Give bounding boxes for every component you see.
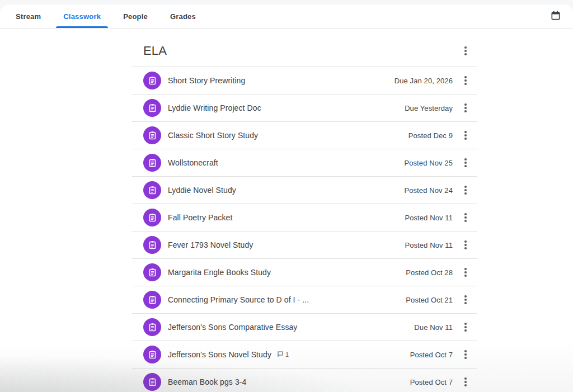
assignment-menu-button[interactable]: [459, 100, 472, 116]
classroom-card: Stream Classwork People Grades ELA: [0, 4, 573, 392]
tab-people[interactable]: People: [116, 4, 155, 28]
topic-title: ELA: [143, 44, 167, 58]
assignment-status: Posted Nov 11: [405, 241, 453, 249]
tab-label: Stream: [16, 12, 41, 21]
nav-right: [547, 4, 573, 28]
assignment-menu-button[interactable]: [459, 127, 472, 143]
assignment-title: Short Story Prewriting: [168, 76, 245, 85]
assignment-icon: [143, 373, 161, 391]
assignment-menu-button[interactable]: [459, 155, 472, 171]
tab-label: Classwork: [63, 12, 101, 21]
assignment-menu-button[interactable]: [459, 265, 472, 280]
assignment-title: Fall Poetry Packet: [168, 213, 232, 222]
assignment-status: Posted Oct 7: [410, 378, 453, 386]
assignment-title: Jefferson's Sons Comparative Essay: [168, 323, 297, 332]
assignment-row[interactable]: Classic Short Story Study Posted Dec 9: [132, 122, 477, 149]
assignment-menu-button[interactable]: [459, 182, 472, 198]
assignment-icon: [143, 346, 161, 363]
assignment-row[interactable]: Lyddie Novel Study Posted Nov 24: [132, 177, 477, 204]
assignment-title: Lyddie Novel Study: [168, 186, 236, 195]
comment-count-badge: 1: [277, 351, 289, 358]
assignment-title: Connecting Primary Source to D of I - ..…: [168, 295, 309, 304]
assignment-row[interactable]: Short Story Prewriting Due Jan 20, 2026: [132, 67, 477, 95]
assignment-row[interactable]: Beeman Book pgs 3-4 Posted Oct 7: [132, 369, 477, 392]
assignment-row[interactable]: Margarita Engle Books Study Posted Oct 2…: [132, 259, 477, 286]
assignment-row[interactable]: Fever 1793 Novel Study Posted Nov 11: [132, 232, 477, 259]
topic-header: ELA: [132, 29, 477, 67]
assignment-title: Classic Short Story Study: [168, 131, 258, 140]
assignment-icon: [143, 236, 161, 254]
assignment-menu-button[interactable]: [459, 374, 472, 390]
assignment-title: Beeman Book pgs 3-4: [168, 377, 246, 386]
assignment-status: Due Nov 11: [414, 323, 453, 332]
tab-label: People: [123, 12, 148, 21]
assignment-status: Posted Nov 24: [404, 186, 453, 195]
topic-menu-button[interactable]: [459, 43, 472, 59]
assignment-menu-button[interactable]: [459, 347, 472, 362]
assignment-menu-button[interactable]: [459, 210, 472, 225]
assignment-icon: [143, 99, 161, 117]
assignment-row[interactable]: Fall Poetry Packet Posted Nov 11: [132, 204, 477, 232]
assignment-icon: [143, 209, 161, 226]
calendar-button[interactable]: [547, 7, 565, 25]
assignment-status: Due Yesterday: [405, 104, 453, 112]
assignment-icon: [143, 318, 161, 336]
assignment-row[interactable]: Jefferson's Sons Novel Study 1 Posted Oc…: [132, 341, 477, 369]
assignment-row[interactable]: Connecting Primary Source to D of I - ..…: [132, 286, 477, 314]
classwork-content: ELA Short Story Prewriting Due: [132, 29, 477, 392]
assignment-status: Posted Oct 21: [406, 296, 453, 304]
calendar-icon: [550, 10, 561, 23]
comment-icon: [277, 351, 284, 358]
assignment-title: Margarita Engle Books Study: [168, 268, 271, 277]
assignment-icon: [143, 72, 161, 89]
assignment-menu-button[interactable]: [459, 292, 472, 308]
top-nav: Stream Classwork People Grades: [0, 4, 573, 29]
assignment-status: Posted Nov 11: [405, 214, 453, 222]
tab-grades[interactable]: Grades: [163, 4, 203, 28]
assignment-list: Short Story Prewriting Due Jan 20, 2026 …: [132, 67, 477, 392]
tab-label: Grades: [170, 12, 196, 21]
assignment-menu-button[interactable]: [459, 237, 472, 253]
assignment-menu-button[interactable]: [459, 73, 472, 88]
tab-stream[interactable]: Stream: [8, 4, 48, 28]
assignment-icon: [143, 126, 161, 144]
assignment-icon: [143, 291, 161, 309]
assignment-title: Fever 1793 Novel Study: [168, 240, 253, 249]
assignment-status: Posted Oct 7: [410, 351, 453, 359]
nav-tabs: Stream Classwork People Grades: [8, 4, 211, 28]
assignment-title: Wollstonecraft: [168, 158, 218, 167]
assignment-row[interactable]: Wollstonecraft Posted Nov 25: [132, 149, 477, 177]
assignment-menu-button[interactable]: [459, 319, 472, 335]
assignment-title: Jefferson's Sons Novel Study: [168, 350, 271, 359]
assignment-row[interactable]: Jefferson's Sons Comparative Essay Due N…: [132, 314, 477, 341]
assignment-icon: [143, 181, 161, 199]
assignment-status: Posted Oct 28: [406, 268, 453, 277]
assignment-icon: [143, 154, 161, 172]
comment-count: 1: [285, 351, 289, 358]
assignment-status: Posted Dec 9: [408, 131, 453, 140]
assignment-status: Posted Nov 25: [404, 159, 453, 167]
assignment-icon: [143, 263, 161, 281]
tab-classwork[interactable]: Classwork: [56, 4, 108, 28]
assignment-row[interactable]: Lyddie Writing Project Doc Due Yesterday: [132, 95, 477, 122]
assignment-status: Due Jan 20, 2026: [394, 77, 453, 85]
assignment-title: Lyddie Writing Project Doc: [168, 103, 261, 112]
